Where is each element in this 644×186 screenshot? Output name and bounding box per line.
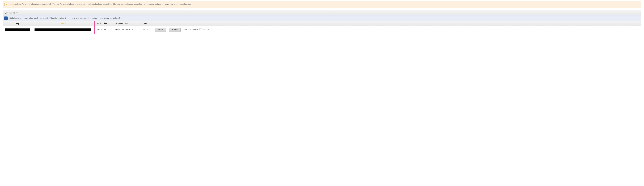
cell-actions: EXPIRE RENEW and leave valid for hour(s): [152, 26, 642, 33]
warning-triangle-icon: [4, 3, 8, 6]
expire-button[interactable]: EXPIRE: [154, 28, 166, 32]
alert-info-text: Updating these settings might break your…: [10, 17, 124, 19]
api-key-table: Key Secret Version date Expiration date …: [2, 21, 642, 34]
header-expiration-date: Expiration date: [112, 21, 141, 26]
redacted-secret-value: [34, 28, 91, 31]
leave-valid-suffix: hour(s): [203, 28, 208, 31]
leave-valid-prefix: and leave valid for: [184, 28, 198, 31]
alert-warning-banner: IngenicoDirect Api credential generated …: [2, 1, 642, 8]
hours-input[interactable]: [199, 28, 202, 31]
cell-expiration-date: 2026-03-23 2:48:40 PM: [112, 27, 141, 32]
alert-info-banner: i Updating these settings might break yo…: [2, 15, 642, 21]
renew-button[interactable]: RENEW: [169, 28, 180, 32]
key-secret-highlight: Key Secret: [2, 21, 94, 34]
cell-secret: [32, 27, 94, 32]
table-row: [3, 26, 94, 34]
redacted-key-value: [5, 28, 30, 31]
panel-title: Direct API Key: [2, 10, 642, 15]
header-status: Status: [141, 21, 152, 26]
svg-rect-1: [6, 5, 6, 5]
cell-key: [3, 27, 32, 32]
svg-rect-0: [6, 4, 6, 5]
cell-version-date: 2021-03-23: [94, 27, 112, 32]
table-row: 2021-03-23 2026-03-23 2:48:40 PM Active …: [94, 26, 642, 34]
header-actions: [152, 22, 642, 24]
cell-status: Active: [141, 27, 152, 32]
header-secret: Secret: [32, 21, 94, 26]
info-icon: i: [4, 16, 8, 20]
header-key: Key: [3, 21, 32, 26]
header-version-date: Version date: [94, 21, 112, 26]
leave-valid-label: and leave valid for hour(s): [184, 28, 209, 31]
alert-warning-text: IngenicoDirect Api credential generated …: [10, 3, 191, 6]
